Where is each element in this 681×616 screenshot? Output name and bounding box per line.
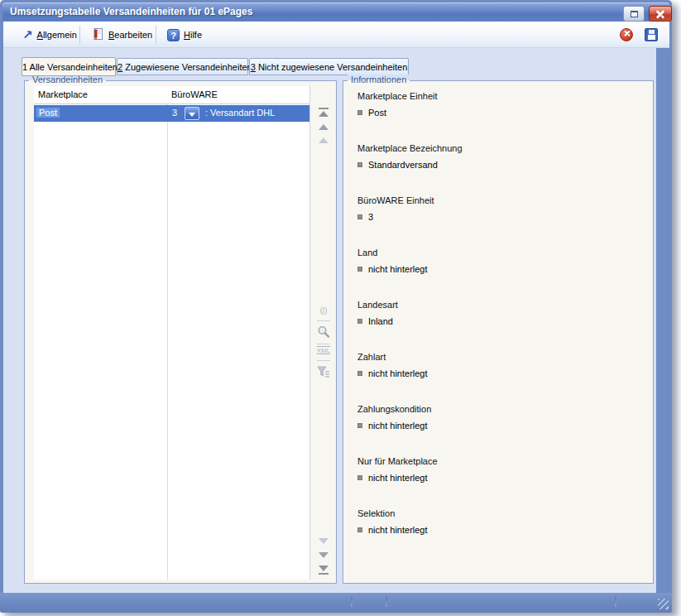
toolbar-item-label: Allgemein bbox=[37, 30, 77, 40]
info-item-label: Marketplace Bezeichnung bbox=[357, 143, 639, 153]
toolbar-item-label: Bearbeiten bbox=[108, 30, 152, 40]
page-down-button[interactable] bbox=[316, 538, 331, 544]
filter-icon[interactable] bbox=[316, 364, 331, 379]
tab-nicht-zugewiesene-versandeinheiten[interactable]: 3 Nicht zugewiesene Versandeinheiten bbox=[249, 58, 409, 75]
info-item-value: nicht hinterlegt bbox=[368, 421, 428, 431]
cell-marketplace: Post bbox=[36, 108, 60, 118]
status-bar bbox=[0, 593, 672, 613]
info-item-value: Inland bbox=[368, 316, 393, 326]
info-item: Nur für Marketplace nicht hinterlegt bbox=[357, 456, 639, 483]
strip-divider bbox=[317, 344, 330, 344]
chevron-down-icon bbox=[189, 113, 195, 117]
tab-alle-versandeinheiten[interactable]: 1 Alle Versandeinheiten bbox=[22, 57, 116, 76]
save-button[interactable] bbox=[645, 28, 658, 41]
xml-icon[interactable]: XML bbox=[316, 347, 331, 354]
strip-divider bbox=[317, 320, 330, 321]
table-header[interactable]: Marketplace BüroWARE bbox=[34, 86, 309, 104]
info-item-label: Zahlart bbox=[357, 352, 639, 362]
bullet-icon bbox=[357, 475, 362, 480]
resize-grip[interactable] bbox=[658, 599, 669, 609]
edit-document-icon bbox=[91, 27, 104, 42]
info-item-label: Nur für Marketplace bbox=[357, 456, 639, 466]
content-area: 1 Alle Versandeinheiten 2 Zugewiesene Ve… bbox=[3, 48, 656, 593]
info-item-value: nicht hinterlegt bbox=[368, 525, 428, 535]
info-item-value: nicht hinterlegt bbox=[368, 368, 428, 378]
tab-label: 1 Alle Versandeinheiten bbox=[22, 62, 117, 72]
tab-zugewiesene-versandeinheiten[interactable]: 2 Zugewiesene Versandeinheiten bbox=[117, 58, 248, 75]
info-item: Marketplace Bezeichnung Standardversand bbox=[357, 143, 639, 170]
info-item-label: Marketplace Einheit bbox=[357, 91, 639, 101]
status-separator bbox=[615, 597, 616, 607]
scroll-to-top-button[interactable] bbox=[316, 108, 331, 117]
arrow-up-right-icon: ↗ bbox=[22, 28, 33, 41]
scroll-down-button[interactable] bbox=[316, 552, 331, 558]
info-item-label: BüroWARE Einheit bbox=[357, 195, 639, 205]
list-tool-strip: (|) XML bbox=[314, 86, 335, 580]
scroll-up-button[interactable] bbox=[316, 124, 331, 130]
status-separator bbox=[351, 597, 352, 607]
info-item-value: Standardversand bbox=[368, 160, 438, 170]
info-item-label: Selektion bbox=[357, 508, 639, 518]
bullet-icon bbox=[357, 527, 362, 532]
bullet-icon bbox=[357, 162, 362, 167]
tab-label: 3 Nicht zugewiesene Versandeinheiten bbox=[251, 62, 408, 72]
status-separator bbox=[386, 597, 387, 607]
toolbar-separator bbox=[156, 26, 156, 44]
bueroware-text: : Versandart DHL bbox=[205, 108, 275, 118]
column-header-bueroware[interactable]: BüroWARE bbox=[171, 89, 218, 99]
tab-label: 2 Zugewiesene Versandeinheiten bbox=[117, 62, 252, 72]
strip-divider bbox=[317, 360, 330, 361]
info-item: Zahlungskondition nicht hinterlegt bbox=[357, 404, 639, 431]
info-item: Land nicht hinterlegt bbox=[357, 248, 639, 274]
bullet-icon bbox=[357, 267, 362, 272]
info-item-value: nicht hinterlegt bbox=[368, 473, 428, 483]
search-icon[interactable] bbox=[316, 325, 331, 339]
versandeinheiten-table[interactable]: Marketplace BüroWARE Post 3 : Versandart… bbox=[34, 86, 310, 580]
bullet-icon bbox=[357, 214, 362, 219]
bullet-icon bbox=[357, 319, 362, 324]
toolbar: ↗ Allgemein Bearbeiten ? Hilfe bbox=[3, 22, 669, 48]
bullet-icon bbox=[357, 110, 362, 115]
toolbar-item-bearbeiten[interactable]: Bearbeiten bbox=[85, 26, 158, 44]
bueroware-value: 3 bbox=[172, 108, 177, 118]
maximize-icon bbox=[631, 11, 638, 17]
titlebar[interactable]: Umsetzungstabelle Versandeinheiten für 0… bbox=[2, 2, 669, 22]
toolbar-item-allgemein[interactable]: ↗ Allgemein bbox=[17, 26, 83, 44]
toolbar-item-hilfe[interactable]: ? Hilfe bbox=[161, 26, 208, 44]
cancel-button[interactable] bbox=[620, 28, 633, 41]
info-item-value: Post bbox=[368, 108, 386, 118]
dialog-window: Umsetzungstabelle Versandeinheiten für 0… bbox=[0, 0, 672, 613]
window-title: Umsetzungstabelle Versandeinheiten für 0… bbox=[10, 6, 252, 17]
table-row[interactable]: Post 3 : Versandart DHL bbox=[34, 105, 309, 122]
bueroware-dropdown-button[interactable] bbox=[185, 107, 199, 120]
column-divider bbox=[167, 86, 168, 580]
info-item: Marketplace Einheit Post bbox=[357, 91, 639, 118]
info-item: Landesart Inland bbox=[357, 300, 639, 326]
maximize-button[interactable] bbox=[623, 6, 645, 22]
info-item: Zahlart nicht hinterlegt bbox=[357, 352, 639, 378]
info-item-value: 3 bbox=[368, 212, 373, 222]
toolbar-separator bbox=[79, 26, 80, 44]
groupbox-label: Informationen bbox=[348, 75, 410, 84]
column-width-icon[interactable]: (|) bbox=[316, 306, 331, 315]
info-item: Selektion nicht hinterlegt bbox=[357, 508, 639, 535]
column-header-marketplace[interactable]: Marketplace bbox=[38, 89, 88, 99]
info-item-value: nicht hinterlegt bbox=[368, 264, 428, 274]
close-icon bbox=[656, 10, 664, 18]
info-item-label: Land bbox=[357, 248, 639, 257]
scroll-to-bottom-button[interactable] bbox=[316, 565, 331, 575]
toolbar-item-label: Hilfe bbox=[184, 30, 202, 40]
help-icon: ? bbox=[167, 29, 180, 41]
info-item: BüroWARE Einheit 3 bbox=[357, 195, 639, 222]
info-item-label: Landesart bbox=[357, 300, 639, 310]
bullet-icon bbox=[357, 371, 362, 376]
info-item-label: Zahlungskondition bbox=[357, 404, 639, 414]
page-up-button[interactable] bbox=[316, 137, 331, 143]
close-button[interactable] bbox=[649, 6, 672, 22]
bullet-icon bbox=[357, 423, 362, 428]
cancel-icon bbox=[624, 30, 630, 36]
versandeinheiten-groupbox: Versandeinheiten Marketplace BüroWARE Po… bbox=[24, 80, 337, 584]
informationen-groupbox: Informationen Marketplace Einheit Post M… bbox=[343, 80, 654, 584]
